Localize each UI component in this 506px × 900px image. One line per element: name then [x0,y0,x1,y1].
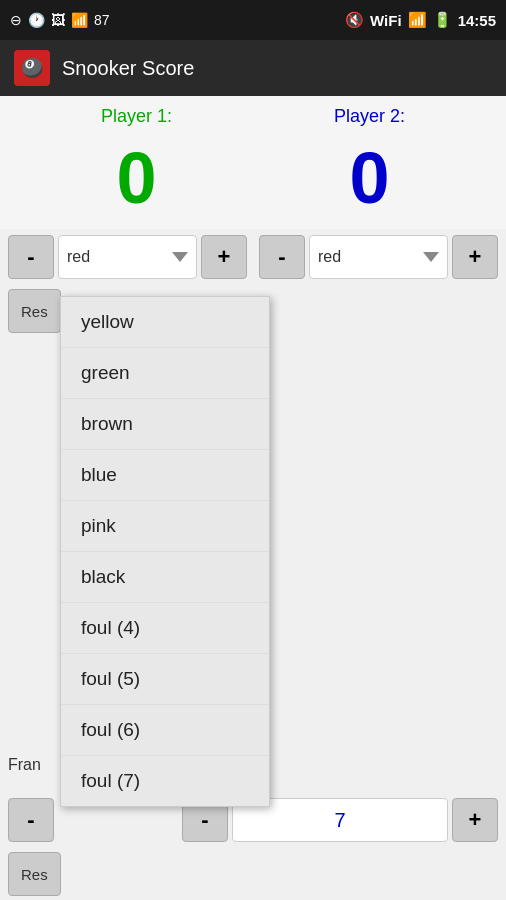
bottom-plus-button[interactable]: + [452,798,498,842]
dropdown-item-pink[interactable]: pink [61,501,269,552]
status-right: 🔇 WiFi 📶 🔋 14:55 [345,11,496,29]
time-display: 14:55 [458,12,496,29]
status-bar: ⊖ 🕐 🖼 📶 87 🔇 WiFi 📶 🔋 14:55 [0,0,506,40]
status-left: ⊖ 🕐 🖼 📶 87 [10,12,110,28]
dropdown-item-foul4[interactable]: foul (4) [61,603,269,654]
bottom-score-value: 7 [334,809,345,832]
network-icon: 📶 [408,11,427,29]
players-row: Player 1: Player 2: [0,96,506,127]
mute-icon: 🔇 [345,11,364,29]
p2-ball-selector[interactable]: red [309,235,448,279]
bottom-reset-row: Res [0,848,506,900]
p1-minus-button[interactable]: - [8,235,54,279]
signal-icon: 📶 [71,12,88,28]
p2-plus-button[interactable]: + [452,235,498,279]
clock-icon: 🕐 [28,12,45,28]
title-bar: 🎱 Snooker Score [0,40,506,96]
p1-dropdown-arrow-icon [172,252,188,262]
p1-ball-selector[interactable]: red [58,235,197,279]
p2-minus-button[interactable]: - [259,235,305,279]
p1-ball-value: red [67,248,90,266]
bottom-reset-button[interactable]: Res [8,852,61,896]
player1-score: 0 [116,137,156,219]
image-icon: 🖼 [51,12,65,28]
dropdown-item-foul6[interactable]: foul (6) [61,705,269,756]
wifi-icon: WiFi [370,12,402,29]
battery-icon: 🔋 [433,11,452,29]
ball-dropdown[interactable]: yellow green brown blue pink black foul … [60,296,270,807]
power-icon: ⊖ [10,12,22,28]
dropdown-item-foul5[interactable]: foul (5) [61,654,269,705]
player2-label: Player 2: [334,106,405,127]
p1-plus-button[interactable]: + [201,235,247,279]
dropdown-item-yellow[interactable]: yellow [61,297,269,348]
app-icon: 🎱 [14,50,50,86]
dropdown-item-brown[interactable]: brown [61,399,269,450]
fran-label: Fran [8,756,41,774]
p2-dropdown-arrow-icon [423,252,439,262]
dropdown-item-foul7[interactable]: foul (7) [61,756,269,806]
bottom-minus-button[interactable]: - [8,798,54,842]
controls-row: - red + - red + [0,229,506,285]
player1-label: Player 1: [101,106,172,127]
dropdown-item-green[interactable]: green [61,348,269,399]
app-title: Snooker Score [62,57,194,80]
player2-score: 0 [349,137,389,219]
dropdown-item-blue[interactable]: blue [61,450,269,501]
p2-ball-value: red [318,248,341,266]
scores-row: 0 0 [0,127,506,229]
reset-button[interactable]: Res [8,289,61,333]
dropdown-item-black[interactable]: black [61,552,269,603]
battery-label: 87 [94,12,110,28]
